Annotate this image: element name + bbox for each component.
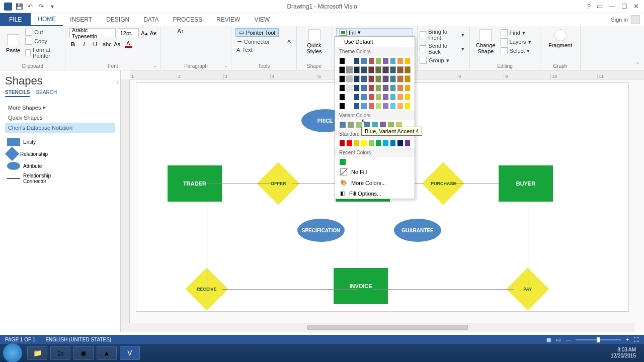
copy-button[interactable]: Copy: [24, 37, 61, 45]
fit-page-icon[interactable]: ⛶: [634, 337, 639, 342]
tab-process[interactable]: PROCESS: [166, 13, 209, 26]
theme-shade-0-0[interactable]: [339, 66, 345, 73]
taskbar-visio[interactable]: V: [120, 346, 140, 360]
paste-button[interactable]: Paste: [4, 33, 22, 54]
quick-styles-button[interactable]: Quick Styles: [301, 28, 328, 55]
theme-shade-0-5[interactable]: [375, 66, 381, 73]
bring-front-button[interactable]: Bring to Front▾: [419, 28, 465, 41]
save-icon[interactable]: 💾: [15, 3, 23, 11]
more-shapes-item[interactable]: More Shapes▸: [5, 102, 115, 113]
theme-shade-0-6[interactable]: [382, 66, 388, 73]
standard-swatch-5[interactable]: [375, 140, 381, 147]
theme-shade-1-4[interactable]: [368, 75, 374, 82]
text-direction-icon[interactable]: A↕: [177, 28, 184, 34]
taskbar-folder[interactable]: 🗂: [50, 346, 70, 360]
theme-shade-0-4[interactable]: [368, 66, 374, 73]
standard-swatch-7[interactable]: [390, 140, 396, 147]
variant-swatch-1[interactable]: [347, 121, 354, 128]
strike-button[interactable]: abc: [103, 41, 110, 47]
scroll-thumb[interactable]: [307, 325, 468, 330]
theme-shade-4-6[interactable]: [382, 103, 388, 110]
theme-shade-1-1[interactable]: [346, 75, 352, 82]
tab-home[interactable]: HOME: [31, 13, 63, 26]
underline-button[interactable]: U: [92, 41, 99, 47]
more-colors-item[interactable]: 🎨More Colors...: [335, 177, 415, 188]
italic-button[interactable]: I: [80, 41, 88, 47]
theme-shade-0-9[interactable]: [405, 66, 411, 73]
change-shape-button[interactable]: Change Shape: [474, 28, 498, 55]
horizontal-scrollbar[interactable]: [121, 323, 635, 332]
theme-shade-3-0[interactable]: [339, 94, 345, 101]
theme-shade-1-2[interactable]: [354, 75, 360, 82]
theme-shade-4-5[interactable]: [375, 103, 381, 110]
tab-design[interactable]: DESIGN: [99, 13, 136, 26]
bold-button[interactable]: B: [69, 41, 76, 47]
theme-shade-4-2[interactable]: [354, 103, 360, 110]
tab-file[interactable]: FILE: [0, 13, 31, 26]
view-normal-icon[interactable]: ▦: [546, 337, 551, 342]
zoom-slider[interactable]: [576, 339, 621, 340]
collapse-pane-icon[interactable]: ‹: [116, 78, 118, 85]
theme-shade-2-1[interactable]: [346, 84, 352, 92]
font-color-button[interactable]: A: [125, 40, 132, 48]
theme-shade-4-8[interactable]: [397, 103, 403, 110]
theme-shade-0-8[interactable]: [397, 66, 403, 73]
theme-swatch-0[interactable]: [339, 57, 345, 64]
qat-more-icon[interactable]: ▾: [48, 3, 56, 11]
tab-review[interactable]: REVIEW: [209, 13, 247, 26]
variant-swatch-0[interactable]: [339, 121, 346, 128]
quick-shapes-item[interactable]: Quick Shapes: [5, 113, 115, 123]
view-presentation-icon[interactable]: ▭: [556, 337, 560, 342]
theme-shade-2-7[interactable]: [390, 84, 396, 92]
layers-button[interactable]: Layers▾: [500, 38, 532, 46]
stencils-tab[interactable]: STENCILS: [5, 89, 30, 97]
theme-shade-3-2[interactable]: [354, 94, 360, 101]
standard-swatch-4[interactable]: [368, 140, 374, 147]
theme-shade-2-9[interactable]: [405, 84, 411, 92]
group-button[interactable]: Group▾: [419, 56, 465, 64]
theme-shade-4-1[interactable]: [346, 103, 352, 110]
standard-swatch-1[interactable]: [346, 140, 352, 147]
font-dialog-icon[interactable]: ⌐: [154, 64, 159, 69]
zoom-in-icon[interactable]: +: [626, 337, 629, 342]
send-back-button[interactable]: Send to Back▾: [419, 42, 465, 55]
standard-swatch-8[interactable]: [397, 140, 403, 147]
search-tab[interactable]: SEARCH: [36, 89, 57, 97]
theme-shade-4-7[interactable]: [390, 103, 396, 110]
theme-shade-3-6[interactable]: [382, 94, 388, 101]
use-default-item[interactable]: Use Default: [335, 37, 415, 47]
theme-shade-1-0[interactable]: [339, 75, 345, 82]
redo-icon[interactable]: ↷: [37, 3, 45, 11]
connector-shape[interactable]: Relationship Connector: [7, 173, 57, 184]
standard-swatch-0[interactable]: [339, 140, 345, 147]
page-indicator[interactable]: PAGE 1 OF 1: [5, 337, 35, 342]
tab-insert[interactable]: INSERT: [63, 13, 99, 26]
maximize-icon[interactable]: ☐: [621, 3, 627, 10]
language-indicator[interactable]: ENGLISH (UNITED STATES): [45, 337, 111, 342]
theme-shade-3-5[interactable]: [375, 94, 381, 101]
theme-shade-1-7[interactable]: [390, 75, 396, 82]
tab-data[interactable]: DATA: [136, 13, 166, 26]
theme-swatch-7[interactable]: [390, 57, 396, 64]
theme-swatch-8[interactable]: [397, 57, 403, 64]
minimize-icon[interactable]: —: [609, 3, 615, 10]
theme-shade-0-7[interactable]: [390, 66, 396, 73]
tab-view[interactable]: VIEW: [247, 13, 277, 26]
font-name-select[interactable]: Arabic Typesettin: [69, 28, 116, 38]
theme-shade-1-8[interactable]: [397, 75, 403, 82]
theme-shade-3-8[interactable]: [397, 94, 403, 101]
increase-font-icon[interactable]: A▴: [141, 30, 147, 37]
entity-shape[interactable]: Entity: [7, 138, 57, 146]
font-size-select[interactable]: 12pt.: [118, 28, 139, 38]
theme-shade-4-3[interactable]: [361, 103, 367, 110]
theme-swatch-3[interactable]: [361, 57, 367, 64]
start-button[interactable]: [3, 343, 22, 362]
attribute-shape[interactable]: Attribute: [7, 162, 57, 170]
collapse-ribbon-icon[interactable]: ⌃: [635, 61, 640, 68]
theme-shade-1-5[interactable]: [375, 75, 381, 82]
theme-shade-3-4[interactable]: [368, 94, 374, 101]
standard-swatch-2[interactable]: [354, 140, 360, 147]
relationship-shape[interactable]: Relationship: [7, 149, 57, 159]
chen-stencil-item[interactable]: Chen's Database Notation: [5, 123, 115, 133]
user-avatar-icon[interactable]: [631, 15, 640, 24]
